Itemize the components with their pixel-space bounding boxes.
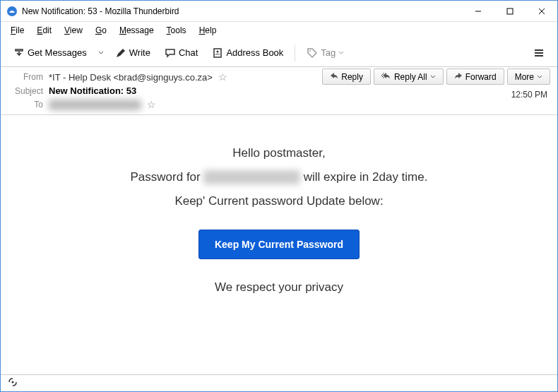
body-privacy: We respect your privacy — [15, 280, 543, 295]
more-button[interactable]: More — [507, 69, 550, 85]
svg-point-6 — [217, 50, 219, 52]
subject-label: Subject — [9, 86, 43, 96]
menu-edit[interactable]: Edit — [31, 24, 57, 37]
write-button[interactable]: Write — [109, 44, 156, 61]
download-icon — [13, 47, 25, 59]
chevron-down-icon — [537, 74, 542, 80]
to-label: To — [9, 100, 43, 109]
get-messages-label: Get Messages — [28, 47, 87, 58]
statusbar — [1, 374, 557, 391]
pw-suffix: will expire in 2day time. — [304, 170, 428, 184]
body-password-line: Password for xxxxxxxxx will expire in 2d… — [15, 170, 543, 184]
pencil-icon — [115, 47, 126, 59]
menu-file[interactable]: File — [5, 24, 30, 37]
body-keep-line: Keep' Current password Update below: — [15, 194, 543, 208]
message-headers: Reply Reply All Forward More 12:50 PM Fr… — [1, 67, 557, 115]
menu-go[interactable]: Go — [90, 24, 112, 37]
app-menu-button[interactable] — [528, 44, 550, 61]
titlebar: New Notification: 53 - Mozilla Thunderbi… — [1, 1, 557, 22]
get-messages-button[interactable]: Get Messages — [8, 44, 93, 61]
subject-value: New Notification: 53 — [49, 85, 136, 96]
reply-all-icon — [381, 71, 391, 82]
star-contact-icon[interactable]: ☆ — [218, 71, 227, 83]
minimize-button[interactable] — [462, 1, 494, 22]
svg-point-8 — [12, 381, 14, 383]
tag-label: Tag — [321, 47, 336, 58]
activity-icon — [8, 377, 18, 390]
menu-message[interactable]: Message — [114, 24, 160, 37]
pw-prefix: Password for — [131, 170, 204, 184]
menu-help[interactable]: Help — [194, 24, 222, 37]
menubar: File Edit View Go Message Tools Help — [1, 22, 557, 39]
chevron-down-icon — [430, 74, 436, 80]
app-icon — [6, 6, 18, 17]
address-book-label: Address Book — [226, 47, 283, 58]
message-body: Hello postmaster, Password for xxxxxxxxx… — [1, 115, 557, 374]
hamburger-icon — [533, 47, 545, 59]
svg-rect-5 — [214, 49, 221, 57]
tag-icon — [307, 47, 318, 59]
get-messages-dropdown[interactable] — [95, 47, 107, 59]
message-time: 12:50 PM — [511, 90, 547, 100]
tag-button[interactable]: Tag — [301, 44, 350, 61]
maximize-button[interactable] — [494, 1, 526, 22]
body-greeting: Hello postmaster, — [15, 146, 543, 160]
svg-point-7 — [309, 50, 311, 52]
write-label: Write — [129, 47, 150, 58]
from-value[interactable]: *IT - Help Desk <brad@signguys.co.za> — [49, 72, 213, 83]
to-value[interactable]: redacted — [49, 100, 141, 110]
keep-password-button[interactable]: Keep My Current Password — [198, 230, 360, 259]
reply-icon — [330, 71, 338, 82]
chevron-down-icon — [338, 50, 344, 56]
menu-tools[interactable]: Tools — [161, 24, 192, 37]
close-button[interactable] — [526, 1, 557, 22]
forward-icon — [454, 71, 463, 82]
toolbar-separator — [295, 44, 295, 61]
address-book-button[interactable]: Address Book — [206, 44, 289, 61]
reply-all-button[interactable]: Reply All — [374, 69, 444, 85]
window-title: New Notification: 53 - Mozilla Thunderbi… — [22, 6, 462, 16]
star-contact-icon[interactable]: ☆ — [147, 99, 156, 110]
forward-label: Forward — [465, 72, 497, 82]
from-label: From — [9, 72, 43, 82]
pw-redacted: xxxxxxxxx — [203, 170, 300, 184]
reply-label: Reply — [341, 72, 363, 82]
toolbar: Get Messages Write Chat Address Book Tag — [1, 39, 557, 67]
reply-all-label: Reply All — [394, 72, 427, 82]
chat-button[interactable]: Chat — [159, 44, 203, 61]
chat-icon — [165, 47, 176, 59]
svg-rect-2 — [507, 8, 513, 14]
chat-label: Chat — [179, 47, 198, 58]
forward-button[interactable]: Forward — [446, 69, 504, 85]
address-book-icon — [212, 47, 223, 59]
menu-view[interactable]: View — [59, 24, 88, 37]
more-label: More — [515, 72, 534, 82]
reply-button[interactable]: Reply — [322, 69, 371, 85]
